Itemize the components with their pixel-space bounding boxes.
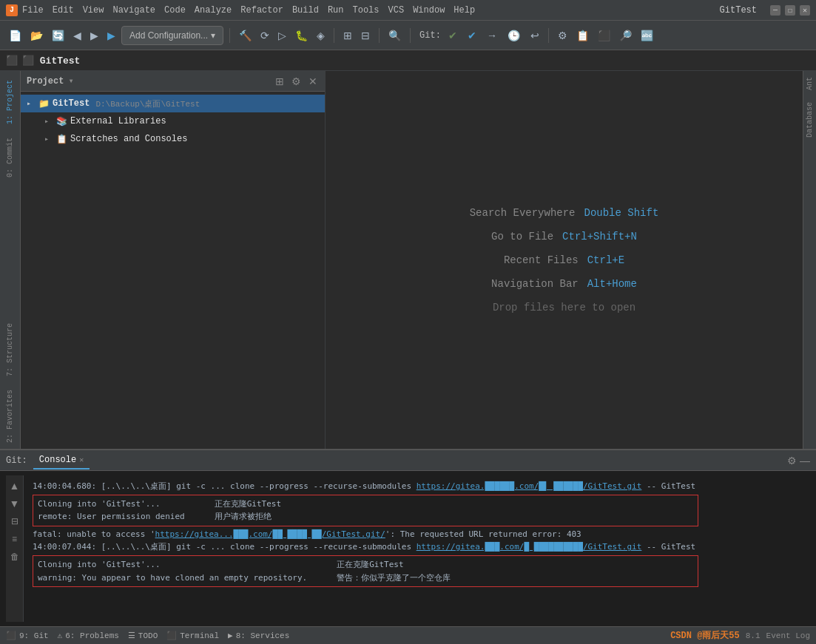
status-services[interactable]: ▶ 8: Services [228,631,289,640]
maximize-button[interactable]: ☐ [785,5,795,16]
bookmark-button[interactable]: ⊞ [340,26,355,45]
panel-close[interactable]: ✕ [307,74,319,89]
git-revert-button[interactable]: ↩ [527,26,542,45]
main-area: 1: Project 0: Commit 7: Structure 2: Fav… [0,71,816,449]
console-error-block-1: Cloning into 'GitTest'... remote: User p… [33,495,698,526]
status-git[interactable]: ⬛ 9: Git [6,631,49,640]
settings-button[interactable]: ⚙ [555,26,570,45]
git-commit-button[interactable]: ✔ [465,26,479,45]
shortcut-search: Search Everywhere Double Shift [470,207,659,219]
shortcut-recent-key: Ctrl+E [587,254,624,266]
project-tree: ▸ 📁 GitTest D:\Backup\桌面\GitTest ▸ 📚 Ext… [21,92,325,449]
profile-button[interactable]: ◈ [314,26,328,45]
menu-run[interactable]: Run [328,5,344,16]
menu-file[interactable]: File [22,5,44,16]
search-button[interactable]: 🔍 [385,26,404,45]
menu-navigate[interactable]: Navigate [112,5,155,16]
status-version: 8.1 [746,631,761,640]
console-tab-console[interactable]: Console ✕ [33,452,90,470]
tree-item-external-libs[interactable]: ▸ 📚 External Libraries [21,112,325,130]
run-button[interactable]: ▶ [104,26,118,45]
sidebar-tab-favorites[interactable]: 2: Favorites [4,384,16,449]
console-error-block-2: Cloning into 'GitTest'... warning: You a… [33,555,698,587]
rebuild-button[interactable]: ⟳ [257,26,272,45]
add-configuration-button[interactable]: Add Configuration... ▾ [121,26,223,45]
console-header: Git: Console ✕ ⚙ — [0,450,816,471]
find-button[interactable]: 🔎 [616,26,635,45]
debug-button[interactable]: 🐛 [292,26,311,45]
menu-help[interactable]: Help [453,5,475,16]
sidebar-tab-structure[interactable]: 7: Structure [4,317,16,382]
menu-window[interactable]: Window [413,5,445,16]
tree-item-root[interactable]: ▸ 📁 GitTest D:\Backup\桌面\GitTest [21,95,325,112]
window-controls: — ☐ ✕ [770,5,810,16]
run-config-button[interactable]: ▷ [275,26,289,45]
console-filter-button[interactable]: ≡ [7,532,22,546]
status-problems[interactable]: ⚠ 6: Problems [58,631,119,640]
console-minimize-button[interactable]: — [800,455,810,467]
csdn-badge: CSDN @雨后天55 [670,629,740,642]
error-content-1: Cloning into 'GitTest'... remote: User p… [38,498,185,523]
event-log-label[interactable]: Event Log [766,631,810,640]
console-clear-button[interactable]: ⊟ [7,514,22,529]
new-file-button[interactable]: 📄 [6,26,24,45]
console-output: 14:00:04.680: [..\..\..\桌面] git -c ... c… [27,475,810,622]
console-trash-button[interactable]: 🗑 [7,549,22,564]
title-bar: J File Edit View Navigate Code Analyze R… [0,0,816,21]
status-todo[interactable]: ☰ TODO [128,631,158,640]
close-button[interactable]: ✕ [800,5,810,16]
shortcut-file-label: Go to File [491,231,553,243]
sidebar-tab-commit[interactable]: 0: Commit [4,132,16,183]
right-tab-database[interactable]: Database [804,96,815,143]
status-right: CSDN @雨后天55 8.1 Event Log [670,629,810,642]
minimize-button[interactable]: — [770,5,780,16]
menu-build[interactable]: Build [292,5,319,16]
panel-dropdown-icon[interactable]: ▾ [68,75,73,87]
git-history-button[interactable]: 🕒 [505,26,523,45]
console-body: ▲ ▼ ⊟ ≡ 🗑 14:00:04.680: [..\..\..\桌面] gi… [0,471,816,626]
build-button[interactable]: 🔨 [236,26,254,45]
git-check-button[interactable]: ✔ [445,26,460,45]
console-line-2: 14:00:07.044: [..\..\..\桌面] git -c ... c… [33,540,804,554]
todo-icon: ☰ [128,631,135,640]
tree-root-path: D:\Backup\桌面\GitTest [95,98,200,109]
menu-code[interactable]: Code [164,5,186,16]
status-problems-label: 6: Problems [65,631,119,640]
panel-settings[interactable]: ⚙ [290,74,303,89]
toolbar-separator-2 [334,28,334,43]
drop-files-hint: Drop files here to open [493,302,635,313]
zh-warning: 警告：你似乎克隆了一个空仓库 [337,572,451,585]
status-terminal[interactable]: ⬛ Terminal [166,631,219,640]
sync-button[interactable]: 🔄 [49,26,67,45]
toolbar-separator-3 [379,28,380,43]
menu-analyze[interactable]: Analyze [195,5,232,16]
zh-cloning-2: 正在克隆GitTest [337,558,451,572]
console-git-label: Git: [6,455,27,466]
shortcut-recent-label: Recent Files [504,254,579,266]
open-button[interactable]: 📂 [27,26,46,45]
sidebar-tab-project[interactable]: 1: Project [4,74,16,130]
menu-vcs[interactable]: VCS [388,5,405,16]
terminal-btn[interactable]: ⬛ [595,26,613,45]
panel-collapse-all[interactable]: ⊞ [274,74,286,89]
console-tab-close[interactable]: ✕ [79,455,84,464]
git-push-button[interactable]: → [484,26,500,45]
tree-item-scratches[interactable]: ▸ 📋 Scratches and Consoles [21,130,325,148]
forward-button[interactable]: ▶ [87,26,101,45]
console-down-button[interactable]: ▼ [7,496,22,511]
menu-tools[interactable]: Tools [353,5,380,16]
console-panel: Git: Console ✕ ⚙ — ▲ ▼ ⊟ ≡ 🗑 14:00:04.68… [0,449,816,626]
console-up-button[interactable]: ▲ [7,478,22,493]
toolbar-separator-4 [410,28,411,43]
console-settings-button[interactable]: ⚙ [787,455,797,467]
back-button[interactable]: ◀ [70,26,84,45]
breakpoint-button[interactable]: ⊟ [358,26,373,45]
vcs-button[interactable]: 📋 [573,26,592,45]
menu-refactor[interactable]: Refactor [240,5,283,16]
menu-view[interactable]: View [83,5,104,16]
menu-edit[interactable]: Edit [53,5,74,16]
window-title: GitTest [720,5,757,16]
arrow-icon-libs: ▸ [44,117,53,126]
right-tab-ant[interactable]: Ant [804,71,815,96]
translate-button[interactable]: 🔤 [638,26,656,45]
